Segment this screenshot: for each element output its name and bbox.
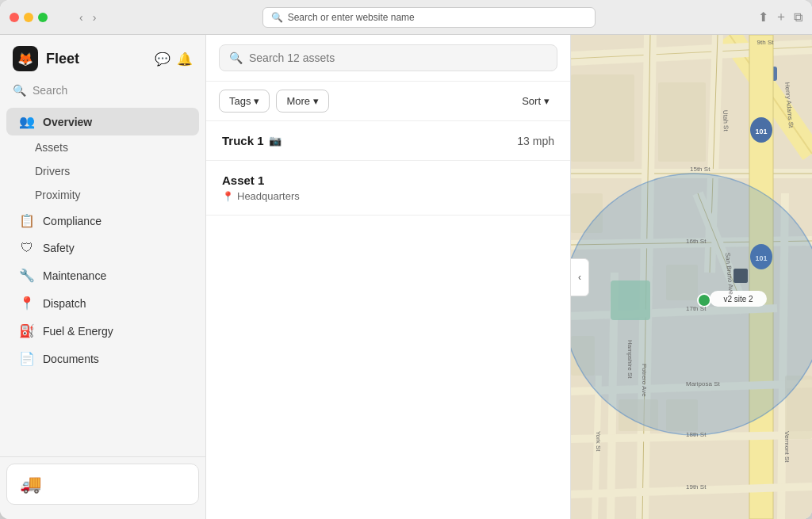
sidebar-footer: 🚚 <box>0 456 205 511</box>
share-icon[interactable]: ⬆ <box>758 10 768 25</box>
sidebar-item-safety[interactable]: 🛡 Safety <box>6 235 199 261</box>
sidebar-item-compliance[interactable]: 📋 Compliance <box>6 207 199 235</box>
sidebar-item-dispatch[interactable]: 📍 Dispatch <box>6 289 199 317</box>
content-area: 🔍 Tags ▾ More ▾ Sort <box>206 35 812 519</box>
new-tab-icon[interactable]: ＋ <box>775 9 787 25</box>
asset-list: Truck 1 📷 13 mph Asset 1 <box>206 121 570 519</box>
svg-text:16th St: 16th St <box>686 238 707 245</box>
messages-icon[interactable]: 💬 <box>155 52 170 67</box>
asset-location: 📍 Headquarters <box>222 190 554 202</box>
tags-chevron-icon: ▾ <box>254 95 259 107</box>
overview-label: Overview <box>43 116 92 128</box>
svg-point-36 <box>571 174 812 435</box>
list-item[interactable]: Asset 1 📍 Headquarters <box>206 161 570 216</box>
sort-chevron-icon: ▾ <box>544 95 550 107</box>
address-bar[interactable]: 🔍 Search or enter website name <box>262 7 596 28</box>
asset-name: Truck 1 📷 <box>222 134 282 147</box>
more-label: More <box>286 95 310 107</box>
svg-text:Potrero Ave: Potrero Ave <box>641 364 648 397</box>
documents-label: Documents <box>43 353 99 365</box>
app-title: Fleet <box>46 51 147 67</box>
asset-location-text: Headquarters <box>237 190 300 202</box>
sidebar: 🦊 Fleet 💬 🔔 🔍 Search 👥 Overview <box>0 35 206 519</box>
sidebar-item-fuel[interactable]: ⛽ Fuel & Energy <box>6 317 199 345</box>
search-input[interactable] <box>249 52 547 64</box>
compliance-label: Compliance <box>43 215 102 227</box>
svg-text:Utah St: Utah St <box>722 110 730 132</box>
camera-icon: 📷 <box>269 135 282 147</box>
nav-section: 👥 Overview Assets Drivers Proximity <box>0 105 205 376</box>
fleet-logo-icon: 🦊 <box>17 52 33 67</box>
sidebar-item-proximity[interactable]: Proximity <box>35 183 199 207</box>
svg-text:19th St: 19th St <box>686 483 707 490</box>
svg-text:18th St: 18th St <box>686 431 707 438</box>
back-button[interactable]: ‹ <box>76 10 86 25</box>
safety-label: Safety <box>43 242 75 254</box>
search-bar: 🔍 <box>206 35 570 82</box>
titlebar-center: 🔍 Search or enter website name <box>105 7 752 28</box>
sort-button[interactable]: Sort ▾ <box>514 90 557 112</box>
svg-text:Hampshire St: Hampshire St <box>626 340 634 379</box>
svg-text:9th St: 9th St <box>757 39 775 46</box>
search-icon: 🔍 <box>13 84 26 97</box>
compliance-icon: 📋 <box>19 213 35 228</box>
filter-bar: Tags ▾ More ▾ Sort ▾ <box>206 82 570 121</box>
dispatch-icon: 📍 <box>19 296 35 311</box>
maintenance-icon: 🔧 <box>19 268 35 283</box>
location-pin-icon: 📍 <box>222 191 234 202</box>
list-panel: 🔍 Tags ▾ More ▾ Sort <box>206 35 571 519</box>
app-window: ‹ › 🔍 Search or enter website name ⬆ ＋ ⧉… <box>0 0 812 519</box>
documents-icon: 📄 <box>19 351 35 366</box>
tabs-icon[interactable]: ⧉ <box>794 10 802 25</box>
titlebar: ‹ › 🔍 Search or enter website name ⬆ ＋ ⧉ <box>0 0 812 35</box>
tags-filter-button[interactable]: Tags ▾ <box>219 90 270 113</box>
search-icon: 🔍 <box>229 52 243 64</box>
forward-button[interactable]: › <box>90 10 100 25</box>
asset-name: Asset 1 <box>222 174 264 187</box>
svg-text:Vermont St: Vermont St <box>783 431 791 463</box>
more-filter-button[interactable]: More ▾ <box>276 90 329 113</box>
vehicle-widget[interactable]: 🚚 <box>6 464 199 505</box>
svg-text:York St: York St <box>595 431 602 452</box>
sidebar-item-overview[interactable]: 👥 Overview <box>6 108 199 135</box>
main-layout: 🦊 Fleet 💬 🔔 🔍 Search 👥 Overview <box>0 35 812 519</box>
titlebar-actions: ⬆ ＋ ⧉ <box>758 9 802 25</box>
notifications-icon[interactable]: 🔔 <box>177 52 193 67</box>
asset-speed: 13 mph <box>517 135 554 147</box>
sidebar-item-documents[interactable]: 📄 Documents <box>6 345 199 372</box>
sidebar-header: 🦊 Fleet 💬 🔔 <box>0 35 205 79</box>
traffic-lights <box>10 13 48 22</box>
nav-buttons: ‹ › <box>76 10 99 25</box>
map-panel: ‹ 80 <box>571 35 812 519</box>
assets-label: Assets <box>35 141 68 154</box>
sort-label: Sort <box>522 95 541 107</box>
close-button[interactable] <box>10 13 19 22</box>
svg-rect-27 <box>571 74 634 162</box>
list-item[interactable]: Truck 1 📷 13 mph <box>206 121 570 161</box>
overview-icon: 👥 <box>19 114 35 129</box>
minimize-button[interactable] <box>24 13 33 22</box>
address-text: Search or enter website name <box>288 12 415 23</box>
sidebar-item-drivers[interactable]: Drivers <box>35 159 199 183</box>
safety-icon: 🛡 <box>19 241 35 255</box>
sidebar-header-icons: 💬 🔔 <box>155 52 193 67</box>
search-icon: 🔍 <box>271 12 283 23</box>
collapse-panel-button[interactable]: ‹ <box>571 258 589 296</box>
maintenance-label: Maintenance <box>43 269 106 282</box>
dispatch-label: Dispatch <box>43 297 86 310</box>
sidebar-sub-items: Assets Drivers Proximity <box>0 135 205 207</box>
svg-rect-28 <box>658 82 706 162</box>
fuel-label: Fuel & Energy <box>43 325 113 338</box>
search-input-wrapper[interactable]: 🔍 <box>219 44 557 71</box>
drivers-label: Drivers <box>35 165 70 177</box>
svg-text:101: 101 <box>755 128 767 135</box>
maximize-button[interactable] <box>38 13 48 22</box>
more-chevron-icon: ▾ <box>313 95 319 107</box>
asset-row: Truck 1 📷 13 mph <box>222 134 554 147</box>
sidebar-item-maintenance[interactable]: 🔧 Maintenance <box>6 261 199 289</box>
proximity-label: Proximity <box>35 189 81 201</box>
sidebar-item-assets[interactable]: Assets <box>35 135 199 159</box>
sidebar-search[interactable]: 🔍 Search <box>0 79 205 105</box>
fuel-icon: ⛽ <box>19 323 35 338</box>
tags-label: Tags <box>229 95 251 107</box>
